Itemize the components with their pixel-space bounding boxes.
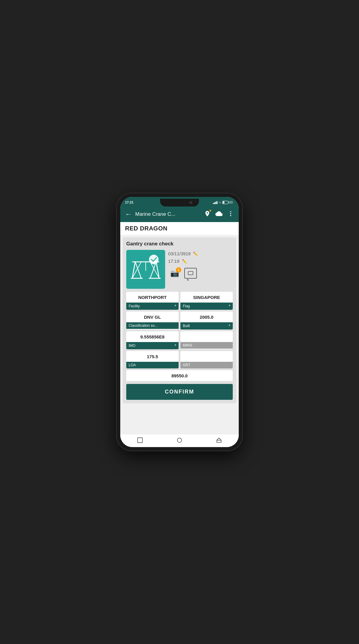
mmsi-label: MMSI [180,342,233,349]
flag-required: * [229,304,230,309]
time-value: 17:19 [168,259,180,264]
imo-required: * [175,343,176,348]
comment-button[interactable] [184,268,197,279]
vessel-name: RED DRAGON [120,222,239,235]
flag-field[interactable]: SINGAPORE Flag * [180,292,233,310]
date-row: 03/11/3919 ✏️ [168,251,233,256]
location-dot [209,210,211,212]
content-area: RED DRAGON Gantry crane check [120,222,239,434]
card-meta: 03/11/3919 ✏️ 17:19 ✏️ 📷 1 [168,250,233,279]
nav-title: Marine Crane C... [135,211,200,217]
date-edit-icon[interactable]: ✏️ [193,251,198,256]
battery-icon [222,201,228,204]
date-value: 03/11/3919 [168,251,191,256]
phone-screen: 17:21 ∿ 20 ← Marine Crane C... [120,197,239,447]
status-right: ∿ 20 [213,201,233,204]
crane-svg [129,253,162,286]
comment-icon [188,271,193,275]
facility-required: * [175,304,176,309]
svg-point-0 [230,211,231,212]
back-nav-button[interactable] [137,437,143,445]
confirm-button[interactable]: CONFIRM [126,384,233,400]
classification-label: Classification so... [126,322,179,329]
svg-point-16 [177,438,182,442]
imo-label: IMO * [126,342,179,349]
photo-badge: 1 [176,267,181,273]
built-required: * [229,323,230,328]
dwt-field[interactable]: 89550.0 [126,370,233,381]
built-field[interactable]: 2005.0 Built * [180,312,233,329]
meta-actions: 📷 1 [168,267,233,279]
phone-frame: 17:21 ∿ 20 ← Marine Crane C... [117,193,242,451]
svg-point-13 [149,255,159,264]
card-header-row: 03/11/3919 ✏️ 17:19 ✏️ 📷 1 [126,250,233,289]
bar4 [217,201,217,204]
imo-value: 9.555856E8 [126,331,179,342]
back-button[interactable]: ← [124,209,133,219]
crane-icon-box [126,250,165,289]
facility-field[interactable]: NORTHPORT Facility * [126,292,179,310]
facility-label: Facility * [126,303,179,310]
mmsi-field[interactable]: MMSI [180,331,233,349]
cloud-icon[interactable] [214,209,224,220]
svg-point-2 [230,215,231,216]
loa-field[interactable]: 175.5 LOA [126,351,179,368]
mmsi-value [180,331,233,342]
home-nav-button[interactable] [176,437,183,445]
grt-field[interactable]: GRT [180,351,233,368]
loa-value: 175.5 [126,351,179,362]
top-nav: ← Marine Crane C... [120,206,239,222]
battery-text: 20 [229,201,233,204]
card-title: Gantry crane check [126,241,233,247]
built-label: Built * [180,322,233,329]
imo-field[interactable]: 9.555856E8 IMO * [126,331,179,349]
more-options-icon[interactable] [226,209,235,220]
svg-rect-15 [138,438,143,443]
time-edit-icon[interactable]: ✏️ [182,259,187,264]
inspection-card: Gantry crane check [123,237,236,403]
facility-value: NORTHPORT [126,292,179,303]
classification-value: DNV GL [126,312,179,322]
time-row: 17:19 ✏️ [168,259,233,264]
bottom-nav [120,434,239,447]
classification-field[interactable]: DNV GL Classification so... [126,312,179,329]
svg-rect-17 [217,440,221,442]
flag-label: Flag * [180,303,233,310]
built-value: 2005.0 [180,312,233,322]
dwt-value: 89550.0 [126,370,233,381]
grt-value [180,351,233,362]
signal-bars [213,201,217,204]
flag-value: SINGAPORE [180,292,233,303]
svg-rect-14 [188,271,193,275]
bar1 [213,203,214,204]
svg-line-7 [150,262,156,278]
recent-nav-button[interactable] [216,437,222,445]
location-icon[interactable] [203,209,212,220]
bar3 [215,202,216,204]
bar2 [214,202,215,204]
notch [160,199,199,206]
camera-dot [189,201,192,204]
fields-grid: NORTHPORT Facility * SINGAPORE Flag * [126,292,233,381]
camera-button[interactable]: 📷 1 [168,267,181,279]
wifi-icon: ∿ [219,201,221,204]
status-time: 17:21 [125,201,133,204]
svg-line-6 [135,262,141,278]
grt-label: GRT [180,362,233,368]
svg-point-1 [230,213,231,214]
battery-fill [223,201,224,203]
loa-label: LOA [126,362,179,368]
